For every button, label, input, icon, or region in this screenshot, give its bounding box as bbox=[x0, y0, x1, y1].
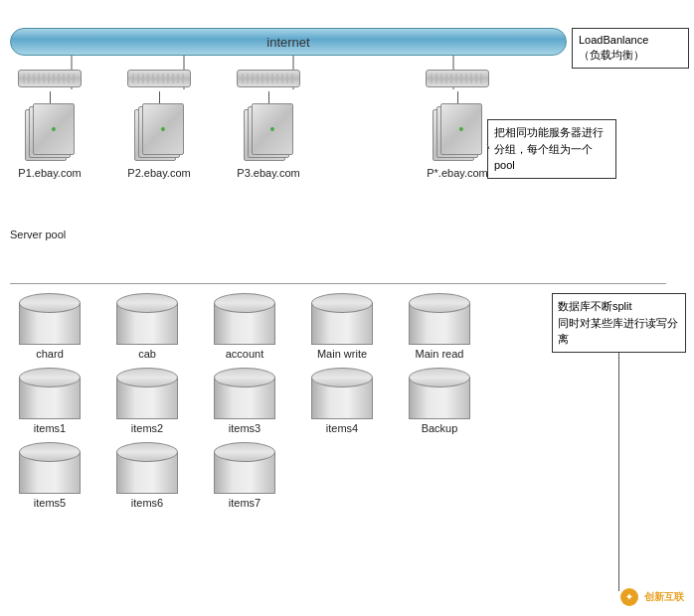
db-label-items4: items4 bbox=[326, 422, 358, 434]
db-label-chard: chard bbox=[36, 348, 64, 360]
server-tower-p2-1 bbox=[142, 103, 184, 155]
db-item-chard: chard bbox=[10, 293, 89, 360]
cylinder-mainread bbox=[409, 293, 470, 345]
db-item-mainwrite: Main write bbox=[302, 293, 382, 360]
server-tower-p1-1 bbox=[33, 103, 75, 155]
db-label-backup: Backup bbox=[422, 422, 458, 434]
db-label-items1: items1 bbox=[34, 422, 66, 434]
switch-line-p2 bbox=[159, 91, 160, 103]
cylinder-top-cab bbox=[116, 293, 178, 313]
cylinder-cab bbox=[116, 293, 178, 345]
switch-line-p3 bbox=[268, 91, 269, 103]
db-label-items6: items6 bbox=[131, 497, 163, 509]
cylinder-top-items6 bbox=[116, 442, 178, 462]
db-item-cab: cab bbox=[107, 293, 187, 360]
lb-box: LoadBanlance （负载均衡） bbox=[572, 28, 689, 69]
cylinder-top-items4 bbox=[311, 368, 373, 387]
db-label-items5: items5 bbox=[34, 497, 66, 509]
server-label-p2: P2.ebay.com bbox=[127, 167, 190, 179]
switch-p3 bbox=[237, 70, 300, 87]
cylinder-items1 bbox=[19, 368, 81, 419]
server-stack-p2 bbox=[134, 103, 184, 163]
db-row-3: items5 items6 items7 bbox=[10, 442, 666, 509]
db-item-account: account bbox=[205, 293, 284, 360]
db-label-account: account bbox=[226, 348, 264, 360]
db-row-2: items1 items2 items3 items4 bbox=[10, 368, 666, 434]
server-group-p1: P1.ebay.com bbox=[10, 70, 89, 179]
cylinder-items5 bbox=[19, 442, 81, 494]
cylinder-top-items7 bbox=[214, 442, 275, 462]
server-stack-p1 bbox=[25, 103, 75, 163]
server-tower-p3-1 bbox=[252, 103, 293, 155]
cylinder-top-items1 bbox=[19, 368, 81, 387]
cylinder-items7 bbox=[214, 442, 275, 494]
pool-description-box: 把相同功能服务器进行分组，每个组为一个pool bbox=[487, 119, 616, 179]
logo-watermark: 创新互联 bbox=[620, 588, 684, 606]
switch-p1 bbox=[18, 70, 82, 87]
logo-icon bbox=[620, 588, 638, 606]
cylinder-top-mainread bbox=[409, 293, 470, 313]
internet-label: internet bbox=[266, 35, 309, 50]
db-item-items4: items4 bbox=[302, 368, 382, 434]
cylinder-items6 bbox=[116, 442, 178, 494]
switch-line-p1 bbox=[50, 91, 51, 103]
db-section: chard cab account Main write bbox=[10, 293, 666, 517]
server-stack-star bbox=[433, 103, 482, 163]
db-label-mainwrite: Main write bbox=[317, 348, 367, 360]
server-group-p2: P2.ebay.com bbox=[119, 70, 199, 179]
cylinder-chard bbox=[19, 293, 81, 345]
db-label-mainread: Main read bbox=[416, 348, 464, 360]
server-pool-label: Server pool bbox=[10, 229, 66, 240]
cylinder-top-account bbox=[214, 293, 275, 313]
db-item-backup: Backup bbox=[400, 368, 479, 434]
db-item-items2: items2 bbox=[107, 368, 187, 434]
db-item-items5: items5 bbox=[10, 442, 89, 509]
db-label-items7: items7 bbox=[229, 497, 260, 509]
lb-line1: LoadBanlance bbox=[579, 34, 648, 46]
cylinder-items2 bbox=[116, 368, 178, 419]
server-label-p3: P3.ebay.com bbox=[237, 167, 299, 179]
cylinder-account bbox=[214, 293, 275, 345]
cylinder-items4 bbox=[311, 368, 373, 419]
cylinder-top-backup bbox=[409, 368, 470, 387]
server-group-p3: P3.ebay.com bbox=[229, 70, 308, 179]
switch-star bbox=[426, 70, 489, 87]
switch-p2 bbox=[127, 70, 191, 87]
db-row-1: chard cab account Main write bbox=[10, 293, 666, 360]
db-item-items3: items3 bbox=[205, 368, 284, 434]
cylinder-top-chard bbox=[19, 293, 81, 313]
cylinder-top-items5 bbox=[19, 442, 81, 462]
divider-line bbox=[10, 283, 666, 284]
db-label-cab: cab bbox=[138, 348, 156, 360]
pool-description-text: 把相同功能服务器进行分组，每个组为一个pool bbox=[494, 126, 604, 171]
lb-line2: （负载均衡） bbox=[579, 49, 644, 61]
db-label-items3: items3 bbox=[229, 422, 260, 434]
cylinder-mainwrite bbox=[311, 293, 373, 345]
internet-bar: internet bbox=[10, 28, 567, 56]
db-item-items7: items7 bbox=[205, 442, 284, 509]
cylinder-top-items3 bbox=[214, 368, 275, 387]
server-label-p1: P1.ebay.com bbox=[18, 167, 81, 179]
db-item-mainread: Main read bbox=[400, 293, 479, 360]
cylinder-items3 bbox=[214, 368, 275, 419]
cylinder-top-items2 bbox=[116, 368, 178, 387]
server-group-star: P*.ebay.com bbox=[418, 70, 497, 179]
db-label-items2: items2 bbox=[131, 422, 163, 434]
servers-section: P1.ebay.com P2.ebay.com P3.ebay.com bbox=[0, 70, 477, 179]
db-item-items1: items1 bbox=[10, 368, 89, 434]
server-tower-star-1 bbox=[440, 103, 482, 155]
server-label-star: P*.ebay.com bbox=[427, 167, 488, 179]
logo-text: 创新互联 bbox=[644, 591, 684, 602]
cylinder-top-mainwrite bbox=[311, 293, 373, 313]
db-item-items6: items6 bbox=[107, 442, 187, 509]
cylinder-backup bbox=[409, 368, 470, 419]
server-stack-p3 bbox=[244, 103, 293, 163]
switch-line-star bbox=[457, 91, 458, 103]
